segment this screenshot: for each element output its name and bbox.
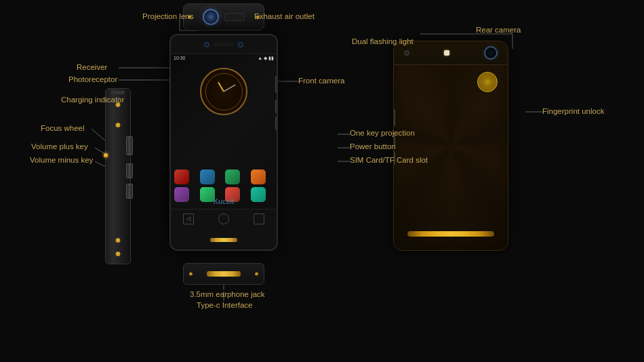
label-volume-minus: Volume minus key bbox=[30, 156, 93, 164]
phone-side-view bbox=[105, 88, 131, 264]
screw-2 bbox=[116, 123, 121, 127]
dual-flash-1 bbox=[404, 50, 409, 56]
watermark: Kuccit bbox=[214, 198, 235, 205]
label-sim-card-slot: SIM Card/TF Card slot bbox=[350, 156, 428, 164]
app-icon-3[interactable] bbox=[225, 169, 240, 184]
clock-face bbox=[205, 73, 243, 110]
focus-wheel-button[interactable] bbox=[126, 136, 133, 155]
label-exhaust-air-outlet: Exhaust air outlet bbox=[254, 12, 315, 20]
phone-back-view bbox=[393, 41, 508, 251]
label-power-button: Power button bbox=[350, 142, 396, 150]
phone-back-body bbox=[393, 41, 508, 251]
status-icons: ▲ ◆ ▮▮ bbox=[258, 56, 274, 62]
back-gold-bar bbox=[407, 231, 494, 237]
main-scene: 10:30 ▲ ◆ ▮▮ bbox=[0, 0, 644, 362]
label-front-camera: Front camera bbox=[298, 77, 344, 85]
side-btn-power[interactable] bbox=[275, 100, 278, 113]
phone-bottom-piece bbox=[176, 263, 271, 294]
phone-front-view: 10:30 ▲ ◆ ▮▮ bbox=[169, 34, 278, 251]
label-photoreceptor: Photoreceptor bbox=[68, 75, 117, 83]
nav-recent-button[interactable] bbox=[254, 214, 264, 224]
gold-bar-front bbox=[210, 238, 237, 242]
label-charging-indicator: Charging indicator bbox=[61, 96, 124, 104]
projection-lens-element bbox=[203, 9, 219, 25]
receiver-bar bbox=[111, 91, 125, 94]
fingerprint-pattern bbox=[481, 76, 494, 88]
screw-4 bbox=[116, 252, 121, 256]
back-side-btn-1[interactable] bbox=[393, 109, 395, 126]
status-bar: 10:30 ▲ ◆ ▮▮ bbox=[171, 54, 277, 64]
sensor-dot bbox=[238, 42, 243, 47]
volume-plus-button[interactable] bbox=[126, 163, 133, 178]
label-receiver: Receiver bbox=[77, 63, 107, 71]
label-dual-flashing-light: Dual flashing light bbox=[352, 37, 414, 45]
charge-indicator bbox=[104, 153, 108, 157]
speaker-grille bbox=[214, 43, 234, 46]
fingerprint-sensor[interactable] bbox=[477, 72, 498, 92]
app-icon-5[interactable] bbox=[174, 187, 189, 202]
app-icon-2[interactable] bbox=[200, 169, 215, 184]
nav-home-button[interactable] bbox=[218, 214, 229, 224]
phone-nav-bar: ◁ bbox=[171, 209, 277, 228]
app-grid bbox=[174, 169, 273, 202]
clock-minute-hand bbox=[224, 85, 236, 92]
label-volume-plus: Volume plus key bbox=[31, 142, 88, 150]
dual-flash-2 bbox=[444, 50, 449, 56]
side-btn-sim[interactable] bbox=[275, 117, 278, 130]
front-camera-element bbox=[204, 42, 209, 47]
screw-3 bbox=[116, 238, 121, 243]
phone-screen: 10:30 ▲ ◆ ▮▮ bbox=[171, 54, 277, 209]
top-piece-body bbox=[183, 3, 264, 31]
rear-camera-element bbox=[484, 46, 498, 60]
phone-front-body: 10:30 ▲ ◆ ▮▮ bbox=[169, 34, 278, 251]
phone-top-bar bbox=[171, 35, 277, 54]
app-icon-8[interactable] bbox=[251, 187, 266, 202]
label-one-key-projection: One key projection bbox=[350, 129, 415, 137]
app-icon-6[interactable] bbox=[200, 187, 215, 202]
screen-clock bbox=[200, 68, 247, 115]
label-projection-lens: Projection lens bbox=[142, 12, 193, 20]
label-type-c: Type-c Interface bbox=[197, 301, 252, 309]
gold-bar-bottom bbox=[207, 271, 241, 277]
phone-bottom bbox=[171, 228, 277, 251]
side-btn-projection[interactable] bbox=[275, 76, 278, 93]
label-rear-camera: Rear camera bbox=[476, 26, 521, 34]
exhaust-vent bbox=[224, 13, 245, 21]
bottom-piece-body bbox=[183, 263, 264, 285]
volume-minus-button[interactable] bbox=[126, 184, 133, 199]
phone-side-body bbox=[105, 88, 131, 264]
app-icon-4[interactable] bbox=[251, 169, 266, 184]
label-earphone-jack: 3.5mm earphone jack bbox=[190, 290, 265, 298]
label-focus-wheel: Focus wheel bbox=[41, 124, 85, 132]
nav-back-button[interactable]: ◁ bbox=[183, 214, 194, 224]
label-fingerprint-unlock: Fingerprint unlock bbox=[542, 107, 604, 115]
status-time: 10:30 bbox=[174, 56, 186, 62]
connector-lines bbox=[0, 0, 644, 362]
app-icon-1[interactable] bbox=[174, 169, 189, 184]
